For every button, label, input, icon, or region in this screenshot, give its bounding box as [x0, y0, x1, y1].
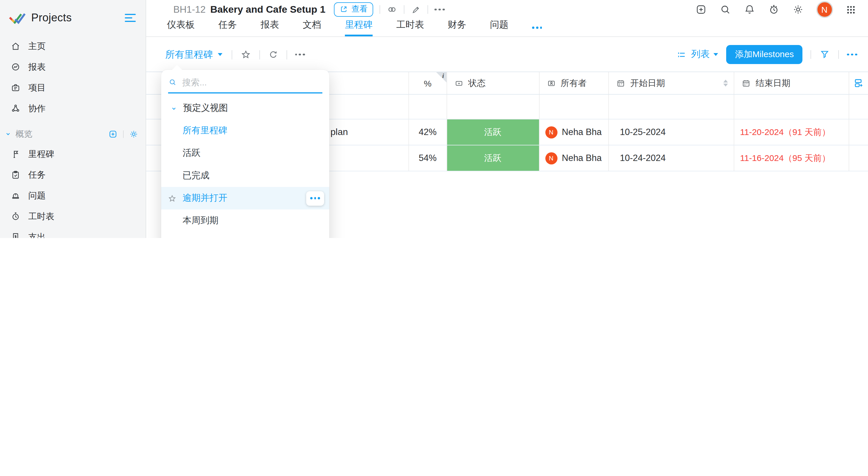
tab-reports[interactable]: 报表: [260, 19, 279, 36]
user-avatar[interactable]: N: [816, 1, 833, 18]
add-column-icon: [853, 77, 864, 89]
sort-arrows-icon[interactable]: [723, 80, 728, 87]
project-tabs: 仪表板 任务 报表 文档 里程碑 工时表 财务 问题: [146, 18, 868, 37]
view-selector-panel: 预定义视图 所有里程碑 活跃 已完成 逾期并打开 本周到期 本月到期 未分配 我…: [161, 70, 329, 238]
column-label: 结束日期: [756, 78, 790, 89]
sidebar: Projects 主页 报表 项目 协作 概览: [0, 0, 146, 238]
owner-name: Neha Bha: [562, 153, 602, 163]
layout-selector-dropdown[interactable]: 列表: [677, 48, 718, 61]
search-icon: [168, 77, 177, 87]
owner-name: Neha Bha: [562, 127, 602, 137]
sidebar-item-label: 里程碑: [28, 148, 54, 160]
briefcase-icon: [10, 82, 21, 93]
sidebar-item-expenses[interactable]: 支出: [0, 227, 146, 238]
tab-dashboard[interactable]: 仪表板: [167, 19, 195, 36]
column-label: 状态: [468, 78, 486, 89]
sidebar-item-label: 协作: [28, 103, 45, 114]
status-field-icon: [454, 78, 464, 88]
sidebar-item-milestones[interactable]: 里程碑: [0, 144, 146, 164]
tab-documents[interactable]: 文档: [303, 19, 321, 36]
status-badge[interactable]: 活跃: [447, 145, 539, 171]
column-header-owner[interactable]: 所有者: [539, 72, 609, 94]
tab-issues[interactable]: 问题: [490, 19, 508, 36]
toolbar-right-more-icon[interactable]: [847, 54, 857, 56]
status-badge[interactable]: 活跃: [447, 120, 539, 145]
timer-clock-icon[interactable]: [768, 3, 780, 15]
notifications-bell-icon[interactable]: [743, 3, 755, 15]
quick-add-icon[interactable]: [695, 3, 707, 15]
view-selector-dropdown[interactable]: 所有里程碑: [165, 48, 222, 61]
home-icon: [10, 41, 21, 52]
star-icon[interactable]: [167, 194, 177, 203]
column-header-end-date[interactable]: 结束日期: [734, 72, 849, 94]
column-header-percent[interactable]: % i: [409, 72, 447, 94]
view-item-due-this-week[interactable]: 本周到期: [161, 209, 329, 232]
app-grid-icon[interactable]: [845, 4, 857, 15]
title-more-icon[interactable]: [435, 8, 445, 11]
sidebar-item-label: 报表: [28, 62, 45, 72]
owner-badge-icon: [546, 78, 556, 88]
toolbar-more-icon[interactable]: [295, 54, 305, 56]
link-chain-icon[interactable]: [387, 4, 398, 15]
view-project-button[interactable]: 查看: [334, 2, 373, 17]
view-item-completed[interactable]: 已完成: [161, 164, 329, 187]
start-date: 10-25-2024: [609, 127, 666, 137]
settings-gear-icon[interactable]: [129, 129, 138, 139]
view-item-label: 逾期并打开: [183, 192, 227, 204]
refresh-icon[interactable]: [268, 49, 278, 60]
milestones-toolbar: 所有里程碑 列表 添加Milestones: [146, 37, 868, 72]
sidebar-item-reports[interactable]: 报表: [0, 57, 146, 77]
add-column-cell[interactable]: [849, 72, 868, 94]
tab-timesheets[interactable]: 工时表: [396, 19, 424, 36]
view-item-active[interactable]: 活跃: [161, 142, 329, 164]
tabs-overflow-icon[interactable]: [532, 27, 542, 36]
chevron-down-icon[interactable]: [5, 130, 11, 137]
setup-gear-icon[interactable]: [792, 3, 804, 15]
view-item-due-this-month[interactable]: 本月到期: [161, 232, 329, 238]
view-project-label: 查看: [351, 4, 368, 14]
tab-milestones[interactable]: 里程碑: [345, 19, 373, 36]
view-item-all-milestones[interactable]: 所有里程碑: [161, 120, 329, 142]
owner-avatar: N: [545, 152, 557, 164]
caret-down-icon: [714, 53, 718, 56]
signature-pen-icon[interactable]: [411, 4, 422, 15]
view-selector-label: 所有里程碑: [165, 48, 213, 61]
sidebar-item-tasks[interactable]: 任务: [0, 164, 146, 185]
info-i-glyph: i: [442, 72, 444, 79]
add-milestones-button[interactable]: 添加Milestones: [726, 45, 802, 64]
brand-name: Projects: [31, 11, 72, 24]
sidebar-item-timesheets[interactable]: 工时表: [0, 206, 146, 227]
column-header-status[interactable]: 状态: [447, 72, 539, 94]
view-item-more-button[interactable]: [306, 191, 324, 205]
view-item-overdue-open[interactable]: 逾期并打开: [161, 187, 329, 209]
brand-header: Projects: [0, 0, 146, 36]
search-input[interactable]: [182, 77, 322, 87]
add-view-icon[interactable]: [108, 129, 118, 139]
sidebar-item-projects[interactable]: 项目: [0, 77, 146, 98]
caret-down-icon: [218, 53, 222, 56]
external-link-icon: [340, 5, 348, 13]
project-titlebar: BH1-12 Bakery and Cafe Setup 1 查看 N: [146, 0, 868, 18]
reports-icon: [10, 62, 21, 72]
sidebar-item-collaboration[interactable]: 协作: [0, 98, 146, 119]
layout-selector-label: 列表: [691, 48, 710, 61]
milestone-percent: 42%: [418, 127, 436, 137]
column-header-start-date[interactable]: 开始日期: [609, 72, 734, 94]
filter-funnel-icon[interactable]: [819, 49, 830, 60]
sidebar-toggle-icon[interactable]: [124, 11, 137, 25]
owner-avatar: N: [545, 126, 557, 138]
predefined-views-header[interactable]: 预定义视图: [161, 97, 329, 120]
sidebar-item-issues[interactable]: 问题: [0, 185, 146, 206]
sidebar-item-label: 工时表: [28, 211, 54, 222]
group-label: 预定义视图: [183, 102, 228, 114]
sidebar-item-home[interactable]: 主页: [0, 36, 146, 57]
column-label: %: [424, 78, 432, 88]
projects-logo-icon: [9, 10, 26, 25]
tasks-clipboard-icon: [10, 170, 21, 180]
tab-finance[interactable]: 财务: [448, 19, 466, 36]
tab-tasks[interactable]: 任务: [218, 19, 237, 36]
favorite-star-icon[interactable]: [240, 49, 251, 60]
info-corner-icon[interactable]: [436, 72, 446, 82]
global-search-icon[interactable]: [719, 3, 731, 15]
page-title: Bakery and Cafe Setup 1: [210, 4, 326, 15]
